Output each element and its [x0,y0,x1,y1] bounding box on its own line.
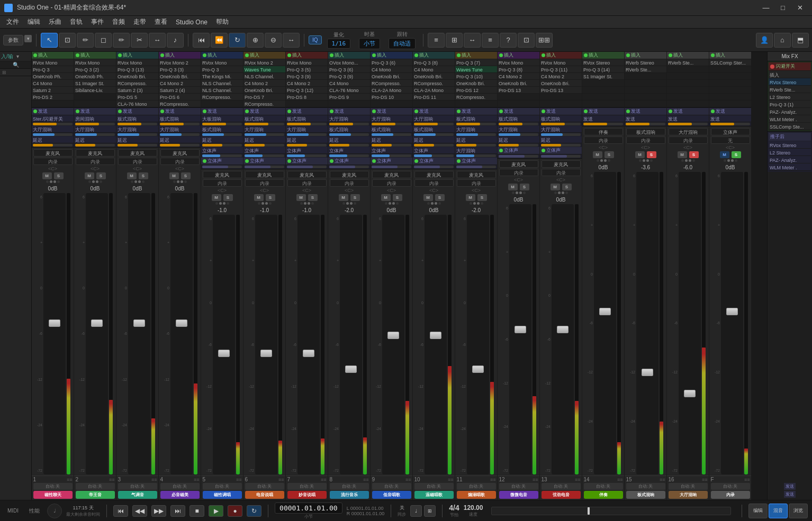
fast-fwd-btn[interactable]: ▶▶ [151,505,166,517]
mute-btn-F[interactable]: M [720,151,729,158]
channels-wrapper[interactable]: 插入RVox MonoPro-Q 3OneKnob Ph.C4 MonoSatu… [32,52,767,500]
fader-handle-3[interactable] [133,319,145,327]
record-row-2[interactable]: 内录 [76,158,115,165]
mute-btn-4[interactable]: M [169,172,179,179]
user-btn[interactable]: 👤 [756,33,773,48]
menu-song[interactable]: 乐曲 [44,16,66,28]
mix-fx-send-1[interactable]: RVox Stereo [769,141,811,149]
fader-handle-10[interactable] [430,332,441,339]
channel-expander-14[interactable]: ≡≡ [617,477,623,482]
plugin-slot-1-4[interactable]: Saturn 2 [32,87,74,94]
mix-fx-plugin-1[interactable]: 插入 [769,71,811,78]
plugin-slot-9-0[interactable]: Pro-Q 3 (6) [371,59,412,66]
fader-handle-11[interactable] [472,365,484,373]
plugin-slot-14-2[interactable]: S1 Imager St. [582,73,624,80]
stereo-power-11[interactable] [457,159,461,163]
send-slot-6-2[interactable]: 延迟 [243,136,285,143]
follow-value[interactable]: 自动适 [389,38,416,49]
mute-btn-8[interactable]: M [339,194,348,201]
input-row-11[interactable]: 麦克风 [457,171,496,178]
record-row-10[interactable]: 内录 [414,179,454,187]
input-row-F[interactable]: 立体声 [711,128,750,135]
rewind-btn[interactable]: ◀◀ [132,505,147,517]
help-btn[interactable]: ? [500,33,517,48]
fader-handle-15[interactable] [642,369,653,376]
tool-listen[interactable]: ♪ [167,33,184,48]
send-slot-10-0[interactable]: 大厅混响 [413,115,455,122]
solo-btn-16[interactable]: S [689,151,699,158]
home-btn[interactable]: ⌂ [774,33,791,48]
send-slot-12-1[interactable]: 大厅混响 [498,126,539,133]
stop-btn[interactable]: ■ [190,505,204,517]
plugin-slot-12-1[interactable]: Pro-Q 3 (8) [498,66,539,73]
plugin-slot-11-5[interactable]: RCompresso. [455,94,497,100]
stereo-fader-8[interactable] [329,166,369,168]
send-fader-5-2[interactable] [202,144,242,147]
plugin-slot-4-1[interactable]: Pro-Q 3 (3) [159,66,201,73]
record-row-4[interactable]: 内录 [160,158,200,165]
record-row-12[interactable]: 内录 [499,169,538,176]
plugin-slot-8-3[interactable]: C4 Mono [328,80,370,87]
send-slot-15-0[interactable]: 发送 [625,115,666,122]
insert-power-16[interactable] [669,53,672,57]
send-fader-10-0[interactable] [414,123,454,125]
record-row-3[interactable]: 内录 [118,158,157,165]
send-slot-16-0[interactable]: 发送 [667,115,709,122]
send-slot-8-3[interactable]: 立体声 [328,147,370,154]
send-fader-2-0[interactable] [75,123,115,125]
menu-help[interactable]: 帮助 [212,16,233,28]
send-power-9[interactable] [372,109,376,113]
fader-handle-F[interactable] [726,308,738,315]
channel-expander-4[interactable]: ≡≡ [194,477,200,482]
plugin-slot-5-4[interactable]: NLS Channel. [201,87,243,94]
plugin-slot-3-3[interactable]: RCompresso. [116,80,158,87]
solo-btn-8[interactable]: S [350,194,360,201]
input-row-4[interactable]: 麦克风 [160,149,200,157]
plugin-slot-11-0[interactable]: Pro-Q 3 (7) [455,59,497,66]
mix-fx-send-2[interactable]: L2 Stereo [769,149,811,156]
stereo-power-13[interactable] [542,149,545,152]
auto-btn-4[interactable]: 自动:关 [160,483,200,490]
send-slot-7-3[interactable]: 立体声 [286,147,328,154]
send-fader-11-2[interactable] [456,144,496,147]
stereo-power-8[interactable] [330,159,333,163]
send-fader-4-2[interactable] [160,144,200,147]
menu-audio[interactable]: 音频 [108,16,129,28]
stereo-power-5[interactable] [203,159,206,163]
play-btn[interactable]: ▶ [209,505,223,517]
channel-badge-16[interactable]: 大厅混响 [669,491,708,499]
send-power-12[interactable] [499,109,503,113]
send-slot-4-2[interactable]: 延迟 [159,136,201,143]
fader-handle-7[interactable] [303,350,314,357]
plugin-slot-1-1[interactable]: Pro-Q 3 [32,66,74,73]
send-fader-2-1[interactable] [75,133,115,136]
plugin-slot-3-6[interactable]: CLA-76 Mono [116,100,158,107]
record-row-13[interactable]: 内录 [542,169,581,176]
record-row-8[interactable]: 内录 [330,179,369,187]
auto-btn-2[interactable]: 自动:关 [76,483,115,490]
plugin-slot-13-4[interactable]: Pro-DS 13 [540,87,582,94]
send-power-14[interactable] [584,109,588,113]
send-slot-13-1[interactable]: 大厅混响 [540,126,582,133]
channel-badge-4[interactable]: 必音磁美 [160,491,200,499]
mix-fx-send-3[interactable]: PAZ- Analyz. [769,156,811,163]
send-fader-7-1[interactable] [287,133,327,136]
send-slot-7-2[interactable]: 延迟 [286,136,328,143]
channel-badge-5[interactable]: 磁性调唱 [203,491,242,499]
plugin-slot-6-2[interactable]: NLS Channel. [243,73,285,80]
fader-track-1[interactable] [43,193,66,474]
plugin-slot-1-5[interactable]: Pro-DS 2 [32,94,74,100]
mute-btn-5[interactable]: M [212,194,221,201]
send-power-7[interactable] [287,109,291,113]
plugin-slot-1-0[interactable]: RVox Mono [32,59,74,66]
plugin-slot-F-0[interactable]: SSLComp Ster... [709,59,751,66]
channel-badge-8[interactable]: 流行音乐 [330,491,369,499]
quantize-value[interactable]: 1/16 [327,39,351,49]
plugin-slot-5-5[interactable]: RCompresso. [201,94,243,100]
channel-badge-13[interactable]: 弦劲电音 [542,491,581,499]
plugin-slot-1-2[interactable]: OneKnob Ph. [32,73,74,80]
record-row-7[interactable]: 内录 [287,179,327,187]
auto-btn-7[interactable]: 自动:关 [287,483,327,490]
stereo-power-9[interactable] [372,159,376,163]
menu-track[interactable]: 音轨 [66,16,87,28]
